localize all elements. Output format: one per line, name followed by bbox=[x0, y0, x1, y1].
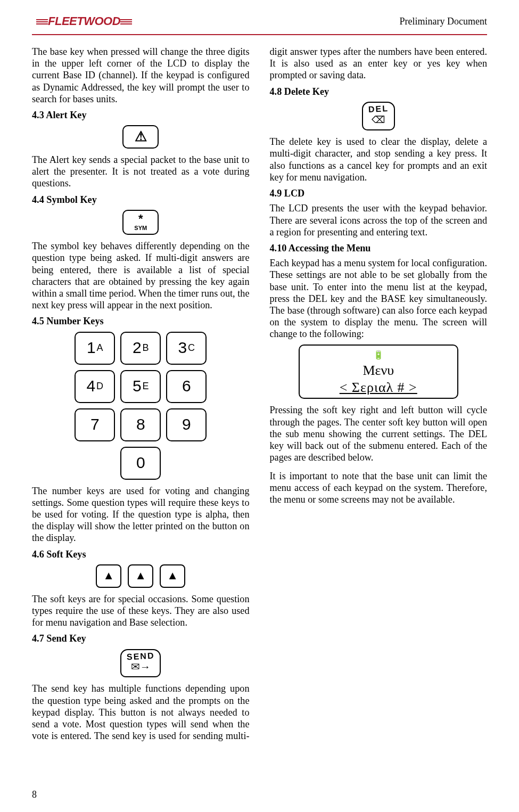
section-4-6-para: The soft keys are for special occasions.… bbox=[32, 593, 250, 629]
key-6: 6 bbox=[166, 370, 207, 403]
key-1: 1A bbox=[75, 332, 115, 365]
alert-key-icon: ⚠ bbox=[122, 125, 159, 149]
soft-keys-figure: ▲ ▲ ▲ bbox=[32, 564, 250, 588]
del-label: DEL bbox=[368, 103, 389, 114]
soft-keys-row: ▲ ▲ ▲ bbox=[96, 564, 185, 588]
section-4-8-para: The delete key is used to clear the disp… bbox=[270, 136, 488, 183]
send-label: SEND bbox=[127, 650, 155, 662]
send-key-figure: SEND ✉→ bbox=[32, 649, 250, 678]
section-4-9-title: 4.9 LCD bbox=[270, 187, 488, 199]
key-0: 0 bbox=[120, 447, 161, 480]
section-4-10-para3: It is important to note that the base un… bbox=[270, 470, 488, 506]
del-key-icon: DEL ⌫ bbox=[362, 102, 395, 130]
alert-key-figure: ⚠ bbox=[32, 125, 250, 149]
key-7: 7 bbox=[75, 408, 115, 441]
key-9: 9 bbox=[166, 408, 207, 441]
lcd-menu-figure: 🔋 Μενυ < Σεριαλ # > bbox=[270, 345, 488, 399]
fleetwood-logo: FLEETWOOD bbox=[32, 14, 136, 28]
page-header: FLEETWOOD Preliminary Document bbox=[32, 11, 487, 32]
soft-key-right-icon: ▲ bbox=[160, 564, 185, 588]
symbol-key-figure: * SYM bbox=[32, 210, 250, 235]
number-keys-figure: 1A 2B 3C 4D 5E 6 7 8 9 0 bbox=[32, 332, 250, 480]
preliminary-label: Preliminary Document bbox=[400, 16, 487, 27]
page-number: 8 bbox=[32, 789, 37, 800]
battery-icon: 🔋 bbox=[309, 350, 448, 360]
key-8: 8 bbox=[120, 408, 161, 441]
lcd-line-1: Μενυ bbox=[309, 362, 448, 379]
logo-lines-right bbox=[120, 18, 132, 26]
intro-paragraph: The base key when pressed will change th… bbox=[32, 46, 250, 105]
section-4-7-title: 4.7 Send Key bbox=[32, 633, 250, 644]
key-4: 4D bbox=[75, 370, 115, 403]
lcd-display: 🔋 Μενυ < Σεριαλ # > bbox=[299, 345, 458, 399]
key-3: 3C bbox=[166, 332, 207, 365]
soft-key-left-icon: ▲ bbox=[96, 564, 121, 588]
envelope-icon: ✉→ bbox=[131, 661, 151, 672]
section-4-4-para: The symbol key behaves differently depen… bbox=[32, 240, 250, 311]
section-4-5-para: The number keys are used for voting and … bbox=[32, 485, 250, 544]
section-4-6-title: 4.6 Soft Keys bbox=[32, 548, 250, 560]
section-4-8-title: 4.8 Delete Key bbox=[270, 86, 488, 97]
symbol-key-icon: * SYM bbox=[122, 210, 159, 235]
section-4-10-title: 4.10 Accessing the Menu bbox=[270, 242, 488, 254]
send-key-icon: SEND ✉→ bbox=[120, 649, 161, 678]
section-4-3-title: 4.3 Alert Key bbox=[32, 109, 250, 121]
section-4-5-title: 4.5 Number Keys bbox=[32, 315, 250, 327]
section-4-10-para2: Pressing the soft key right and left but… bbox=[270, 404, 488, 463]
delete-key-figure: DEL ⌫ bbox=[270, 102, 488, 130]
body-columns: The base key when pressed will change th… bbox=[32, 46, 487, 749]
section-4-3-para: The Alert key sends a special packet to … bbox=[32, 154, 250, 190]
sym-label: SYM bbox=[130, 225, 151, 232]
backspace-icon: ⌫ bbox=[372, 114, 385, 125]
soft-key-center-icon: ▲ bbox=[128, 564, 153, 588]
header-rule bbox=[32, 34, 487, 35]
keypad-grid: 1A 2B 3C 4D 5E 6 7 8 9 0 bbox=[75, 332, 207, 480]
logo-text: FLEETWOOD bbox=[48, 14, 120, 28]
lcd-line-2: < Σεριαλ # > bbox=[309, 379, 448, 396]
section-4-4-title: 4.4 Symbol Key bbox=[32, 194, 250, 206]
key-5: 5E bbox=[120, 370, 161, 403]
section-4-10-para1: Each keypad has a menu system for local … bbox=[270, 257, 488, 340]
section-4-9-para: The LCD presents the user with the keypa… bbox=[270, 202, 488, 238]
logo-lines-left bbox=[36, 18, 48, 26]
key-2: 2B bbox=[120, 332, 161, 365]
